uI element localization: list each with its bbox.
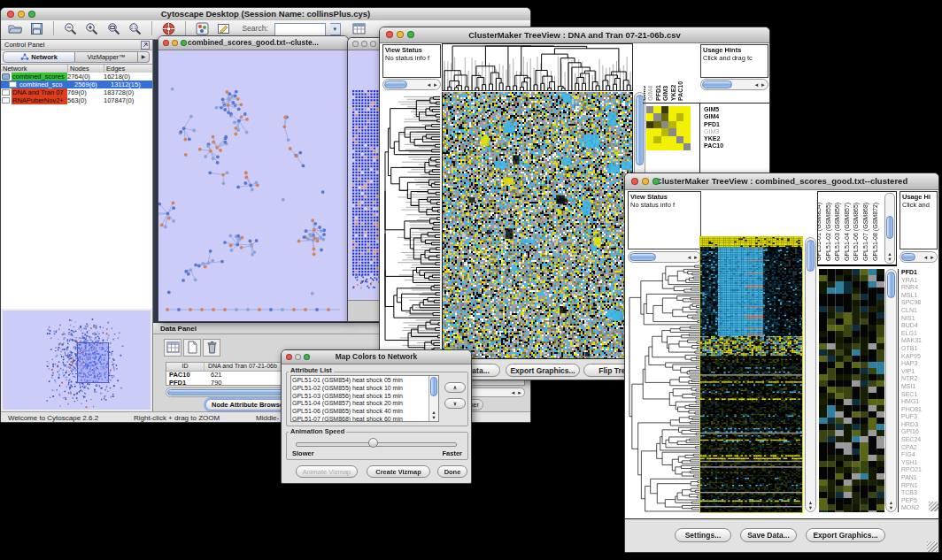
network-overview-thumbnail[interactable]: [3, 311, 151, 410]
gene-label[interactable]: SEC24: [901, 436, 939, 444]
gene-label[interactable]: RPO21: [901, 466, 939, 474]
save-session-button[interactable]: [27, 20, 45, 37]
usage-hints-scrollbar[interactable]: ◄ ►: [900, 251, 938, 263]
view-status-scrollbar[interactable]: ◄ ►: [628, 251, 701, 263]
gene-label[interactable]: HAP3: [901, 360, 939, 368]
heatmap[interactable]: [700, 237, 802, 512]
tab-overflow-button[interactable]: ▶: [138, 51, 150, 63]
table-mode-icon[interactable]: [164, 339, 181, 357]
move-down-button[interactable]: ∨: [444, 398, 466, 409]
gene-label[interactable]: ELG1: [901, 330, 939, 338]
search-dropdown-arrow[interactable]: ▼: [330, 23, 341, 35]
network-table-row[interactable]: combined_scores2764(0)16218(0): [1, 73, 152, 81]
zoom-button[interactable]: [28, 11, 35, 18]
gene-label[interactable]: RNR4: [901, 284, 939, 292]
gene-label[interactable]: YRA1: [901, 277, 939, 285]
minimize-button[interactable]: [295, 354, 301, 360]
zoom-heatmap-vscrollbar[interactable]: ▲▼: [885, 269, 897, 512]
minimize-button[interactable]: [18, 11, 25, 18]
zoom-selected-icon[interactable]: [104, 20, 122, 37]
heatmap-vscrollbar[interactable]: ▲▼: [805, 237, 816, 512]
network-table-row[interactable]: combined_sco2569(6)13112(15): [1, 81, 152, 88]
close-button[interactable]: [631, 178, 638, 185]
export-graphics-button[interactable]: Export Graphics...: [506, 364, 580, 377]
import-table-icon[interactable]: [350, 20, 367, 37]
open-session-button[interactable]: [6, 20, 24, 37]
save-data-button[interactable]: Save Data...: [740, 528, 797, 542]
zoom-button[interactable]: [652, 178, 660, 185]
network-canvas[interactable]: [158, 50, 348, 322]
row-dendrogram[interactable]: [383, 96, 440, 359]
zoom-button[interactable]: [304, 354, 310, 360]
gene-label[interactable]: HRD3: [901, 421, 939, 429]
zoom-button[interactable]: [407, 31, 414, 38]
settings-button[interactable]: Settings...: [675, 528, 731, 542]
gene-label[interactable]: SPC98: [901, 299, 939, 307]
minimize-button[interactable]: [361, 41, 367, 47]
create-vizmap-button[interactable]: Create Vizmap: [367, 465, 430, 478]
attribute-list-item[interactable]: GPL51-02 (GSM855) heat shock 10 min: [292, 385, 428, 393]
tab-network[interactable]: Network: [3, 51, 75, 63]
gene-label[interactable]: MSI1: [901, 383, 939, 391]
main-titlebar[interactable]: Cytoscape Desktop (Session Name: collins…: [1, 8, 530, 21]
heatmap[interactable]: [442, 92, 633, 360]
close-button[interactable]: [352, 41, 359, 47]
minimize-button[interactable]: [172, 40, 178, 46]
window-resize-grip[interactable]: [927, 541, 938, 552]
gene-label[interactable]: PHO81: [901, 406, 939, 414]
close-button[interactable]: [7, 11, 14, 18]
dialog-titlebar[interactable]: Map Colors to Network: [282, 350, 471, 364]
zoom-button[interactable]: [370, 41, 376, 47]
delete-attribute-trash-icon[interactable]: [203, 339, 220, 357]
network-table-row[interactable]: DNA and Tran 07769(0)183728(0): [1, 88, 152, 96]
gene-label[interactable]: FIG4: [901, 451, 939, 459]
treeview1-titlebar[interactable]: ClusterMaker TreeView : DNA and Tran 07-…: [380, 27, 769, 43]
gene-label[interactable]: HMG1: [901, 398, 939, 406]
attribute-list-vscrollbar[interactable]: ▲▼: [429, 376, 438, 421]
column-dendrogram[interactable]: [442, 43, 633, 91]
zoom-button[interactable]: [181, 40, 187, 46]
gene-label[interactable]: PUF3: [901, 413, 939, 421]
gene-label[interactable]: SEC1: [901, 391, 939, 399]
resize-grip[interactable]: [929, 502, 938, 511]
usage-hints-scrollbar[interactable]: ◄ ►: [700, 79, 768, 90]
attribute-list-item[interactable]: GPL51-03 (GSM856) heat shock 15 min: [292, 393, 428, 401]
speed-slider-thumb[interactable]: [368, 438, 378, 448]
network-table-row[interactable]: RNAPuberNov2+563(0)107847(0): [1, 96, 152, 104]
gene-label[interactable]: BUD4: [901, 322, 939, 330]
zoom-heatmap[interactable]: [819, 269, 884, 512]
new-attribute-icon[interactable]: [183, 339, 201, 357]
gene-label[interactable]: MSL1: [901, 292, 939, 300]
export-graphics-button[interactable]: Export Graphics...: [806, 528, 885, 542]
gene-label[interactable]: CPA2: [901, 444, 939, 452]
gene-label[interactable]: RPN1: [901, 482, 939, 490]
minimize-button[interactable]: [397, 31, 404, 38]
gene-label[interactable]: NTR2: [901, 375, 939, 383]
close-button[interactable]: [163, 40, 169, 46]
gene-label[interactable]: PFD1: [901, 269, 939, 277]
animate-vizmap-button[interactable]: Animate Vizmap: [296, 465, 358, 478]
gene-label[interactable]: CLN1: [901, 307, 939, 315]
gene-label[interactable]: PAN1: [901, 474, 939, 482]
tab-vizmapper[interactable]: VizMapper™: [75, 51, 138, 63]
zoom-fit-icon[interactable]: 1:1: [127, 20, 144, 37]
attribute-list-item[interactable]: GPL51-06 (GSM865) heat shock 40 min: [292, 408, 428, 416]
close-button[interactable]: [386, 31, 393, 38]
minimize-button[interactable]: [642, 178, 649, 185]
labels-vscrollbar[interactable]: ▲▼: [884, 193, 895, 264]
attribute-list-item[interactable]: GPL51-01 (GSM854) heat shock 05 min: [292, 377, 428, 385]
move-up-button[interactable]: ∧: [444, 382, 466, 393]
gene-label[interactable]: KAP95: [901, 353, 939, 361]
close-button[interactable]: [286, 354, 292, 360]
gene-label[interactable]: GPI16: [901, 428, 939, 436]
gene-label[interactable]: YSH1: [901, 459, 939, 467]
zoom-heatmap-matrix[interactable]: [646, 106, 691, 151]
treeview2-titlebar[interactable]: ClusterMaker TreeView : combined_scores_…: [625, 173, 938, 190]
attribute-list-item[interactable]: GPL51-07 (GSM868) heat shock 60 min: [292, 416, 428, 422]
gene-label[interactable]: MAK31: [901, 337, 939, 345]
zoom-in-icon[interactable]: [83, 20, 101, 37]
view-status-scrollbar[interactable]: ◄ ►: [382, 79, 441, 90]
done-button[interactable]: Done: [437, 465, 467, 478]
gene-label[interactable]: VIP1: [901, 368, 939, 376]
gene-label[interactable]: NIS1: [901, 315, 939, 323]
